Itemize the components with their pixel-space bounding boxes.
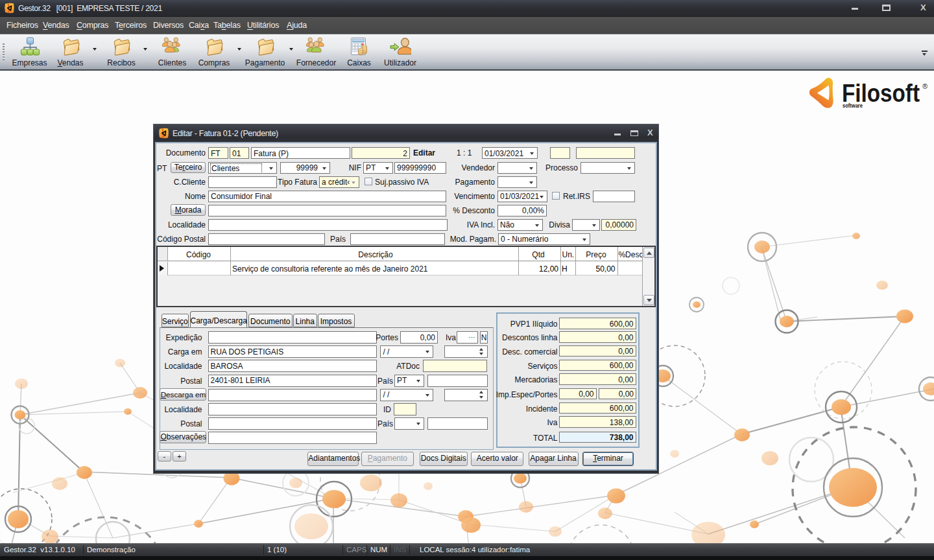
svg-text:software: software xyxy=(843,102,863,109)
svg-text:®: ® xyxy=(922,82,928,90)
